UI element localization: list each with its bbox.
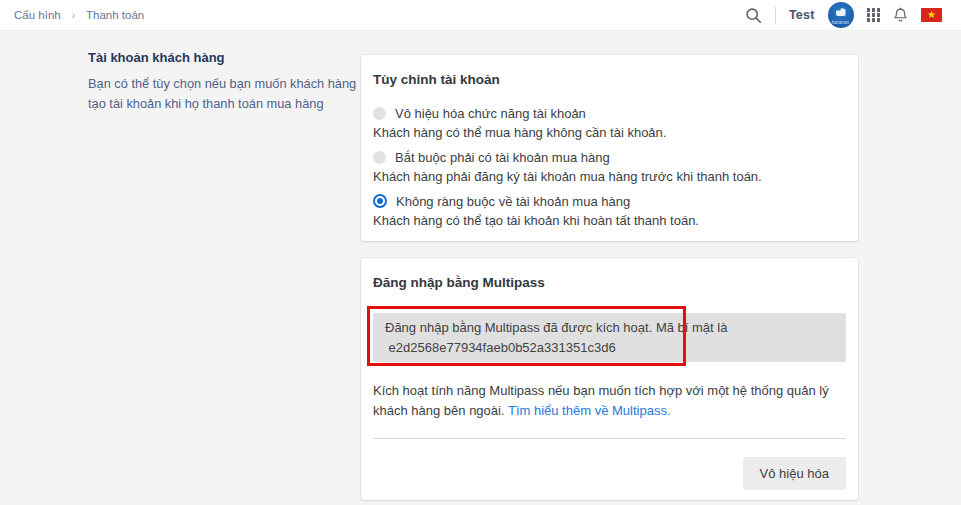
radio-label: Vô hiệu hóa chức năng tài khoản xyxy=(395,106,586,121)
radio-description: Khách hàng có thể tạo tài khoản khi hoàn… xyxy=(373,213,846,229)
vietnam-flag-icon[interactable]: ★ xyxy=(921,8,942,22)
avatar[interactable]: haravan xyxy=(828,2,854,28)
section-description: Bạn có thể tùy chọn nếu bạn muốn khách h… xyxy=(88,74,366,114)
multipass-learn-more-link[interactable]: Tìm hiểu thêm về Multipass. xyxy=(508,403,671,418)
multipass-status-text: Đăng nhập bằng Multipass đã được kích ho… xyxy=(385,318,834,338)
breadcrumb: Cấu hình › Thanh toán xyxy=(14,9,144,21)
radio-unselected-icon[interactable] xyxy=(373,107,386,120)
multipass-help: Kích hoạt tính năng Multipass nếu bạn mu… xyxy=(373,381,852,421)
radio-description: Khách hàng có thể mua hàng không cần tài… xyxy=(373,125,846,141)
bell-icon[interactable] xyxy=(893,7,908,24)
radio-selected-icon[interactable] xyxy=(373,194,387,208)
search-icon[interactable] xyxy=(745,7,762,24)
multipass-card-title: Đăng nhập bằng Multipass xyxy=(373,275,846,290)
radio-option-require-accounts: Bắt buộc phải có tài khoản mua hàng Khác… xyxy=(373,149,846,185)
topbar-divider xyxy=(775,7,776,24)
section-intro: Tài khoản khách hàng Bạn có thể tùy chọn… xyxy=(88,50,366,114)
radio-row[interactable]: Bắt buộc phải có tài khoản mua hàng xyxy=(373,149,846,165)
account-options-card: Tùy chỉnh tài khoản Vô hiệu hóa chức năn… xyxy=(361,55,858,241)
radio-row[interactable]: Không ràng buộc về tài khoản mua hàng xyxy=(373,193,846,209)
radio-description: Khách hàng phải đăng ký tài khoản mua hà… xyxy=(373,169,846,185)
card-divider xyxy=(373,438,846,439)
radio-unselected-icon[interactable] xyxy=(373,151,386,164)
store-name-label[interactable]: Test xyxy=(789,8,815,22)
account-card-title: Tùy chỉnh tài khoản xyxy=(373,72,846,87)
radio-label: Không ràng buộc về tài khoản mua hàng xyxy=(396,194,630,209)
breadcrumb-separator-icon: › xyxy=(72,10,75,21)
haravan-logo-icon xyxy=(836,8,846,16)
topbar: Cấu hình › Thanh toán Test haravan ★ xyxy=(0,0,961,31)
radio-option-optional-accounts: Không ràng buộc về tài khoản mua hàng Kh… xyxy=(373,193,846,229)
breadcrumb-config[interactable]: Cấu hình xyxy=(14,9,61,21)
card-actions: Vô hiệu hóa xyxy=(373,457,846,490)
multipass-secret-code: e2d2568e77934faeb0b52a331351c3d6 xyxy=(385,338,834,358)
section-title: Tài khoản khách hàng xyxy=(88,50,366,65)
radio-label: Bắt buộc phải có tài khoản mua hàng xyxy=(395,150,610,165)
radio-row[interactable]: Vô hiệu hóa chức năng tài khoản xyxy=(373,105,846,121)
topbar-actions: Test haravan ★ xyxy=(745,2,942,28)
avatar-label: haravan xyxy=(828,20,854,25)
disable-multipass-button[interactable]: Vô hiệu hóa xyxy=(743,457,846,490)
radio-option-disable-accounts: Vô hiệu hóa chức năng tài khoản Khách hà… xyxy=(373,105,846,141)
breadcrumb-payments[interactable]: Thanh toán xyxy=(86,9,144,21)
multipass-card: Đăng nhập bằng Multipass Đăng nhập bằng … xyxy=(361,258,858,500)
apps-grid-icon[interactable] xyxy=(867,8,881,22)
multipass-status-box: Đăng nhập bằng Multipass đã được kích ho… xyxy=(373,313,846,362)
